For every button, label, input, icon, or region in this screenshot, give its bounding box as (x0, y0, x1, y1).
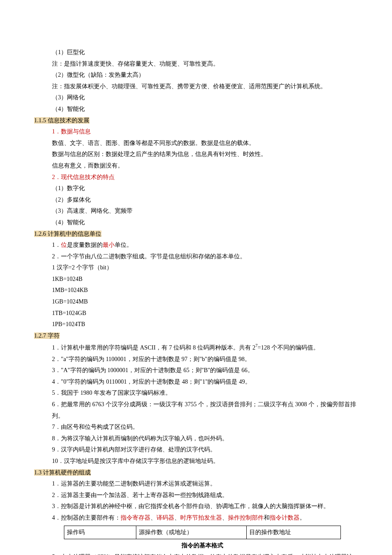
text-fragment: 1．计算机中最常用的字符编码是 ASCII，有 7 位码和 8 位码两种版本。共… (52, 344, 256, 351)
text-fragment: =128 个不同的编码值。 (258, 344, 319, 351)
body-text: 4．控制器的主要部件有：指令寄存器、译码器、时序节拍发生器、操作控制部件和指令计… (52, 512, 358, 524)
table-caption: 指令的基本格式 (64, 540, 341, 552)
body-text: 1．位是度量数据的最小单位。 (52, 240, 358, 251)
section-1-2-7: 1.2.7 字符 (34, 330, 358, 342)
subheading: 1．数据与信息 (52, 126, 358, 138)
body-text: 1TB=1024GB (52, 308, 358, 319)
text-fragment: 、 (222, 515, 228, 521)
body-text: 7．由区号和位号构成了区位码。 (52, 422, 358, 433)
body-text: 数值、文字、语言、图形、图像等都是不同形式的数据。数据是信息的载体。 (52, 138, 358, 149)
body-text: 3．控制器是计算机的神经中枢，由它指挥全机各个部件自动、协调地工作，就像人的大脑… (52, 501, 358, 512)
text-fragment: 1． (52, 242, 61, 248)
section-heading: 1.2.6 计算机中的信息单位 (34, 231, 101, 237)
table-cell: 操作码 (64, 526, 136, 539)
highlight-text: 指令计数器 (270, 515, 300, 521)
list-item: （3）高速度、网络化、宽频带 (52, 205, 358, 217)
document-page: （1）巨型化 注：是指计算速度更快、存储容量更大、功能更、可靠性更高。 （2）微… (0, 0, 392, 555)
section-1-3: 1.3 计算机硬件的组成 (34, 467, 358, 479)
text-fragment: 单位。 (115, 242, 133, 248)
highlight-text: 时序节拍发生器 (180, 515, 222, 521)
text-fragment: 是度量数据的 (67, 242, 103, 248)
text-fragment: 4．控制器的主要部件有： (52, 515, 121, 521)
body-text: 8．为将汉字输入计算机而编制的代码称为汉字输入码，也叫外码。 (52, 433, 358, 445)
body-text: 3．"A"字符的编码为 1000001，对应的十进制数是 65；则"B"的编码值… (52, 365, 358, 376)
text-fragment: 和 (264, 515, 270, 521)
body-text: 2．"a"字符的编码为 1100001，对应的十进制数是 97；则"b"的编码值… (52, 354, 358, 365)
body-text: （4）智能化 (52, 104, 358, 115)
section-1-2-6: 1.2.6 计算机中的信息单位 (34, 228, 358, 240)
body-text: 1KB=1024B (52, 274, 358, 285)
highlight-text: 指令寄存器 (121, 515, 150, 521)
body-text: 5．我国于 1980 年发布了国家汉字编码标准。 (52, 387, 358, 399)
section-heading: 1.3 计算机硬件的组成 (34, 469, 91, 476)
body-text: 注：指发展体积更小、功能理强、可靠性更高、携带更方便、价格更便宜、适用范围更广的… (52, 81, 358, 92)
body-text: 注：是指计算速度更快、存储容量更大、功能更、可靠性更高。 (52, 58, 358, 70)
table-cell: 目的操作数地址 (247, 526, 341, 539)
table-row: 操作码 源操作数（或地址） 目的操作数地址 (64, 526, 341, 539)
body-text: 1GB=1024MB (52, 296, 358, 308)
body-text: 1．运算器的主要功能坚二进制数码进行算术运算或逻辑运算。 (52, 478, 358, 490)
highlight-text: 位 (61, 242, 67, 248)
body-text: 1PB=1024TB (52, 319, 358, 330)
body-text: 9．汉字内码是计算机内部对汉字进行存储、处理的汉字代码。 (52, 444, 358, 456)
list-item: （1）数字化 (52, 183, 358, 194)
body-text: 信息有意义，而数据没有。 (52, 160, 358, 172)
table-cell: 源操作数（或地址） (136, 526, 247, 539)
body-text: （1）巨型化 (52, 47, 358, 58)
body-text: （3）网络化 (52, 92, 358, 104)
section-1-1-5: 1.1.5 信息技术的发展 (34, 115, 358, 127)
highlight-text: 译码器 (156, 515, 174, 521)
highlight-text: 操作控制部件 (228, 515, 264, 521)
section-heading: 1.1.5 信息技术的发展 (34, 117, 89, 124)
section-heading: 1.2.7 字符 (34, 332, 60, 339)
body-text: 2．运算器主要由一个加法器、若十上寄存器和一些控制线路组成。 (52, 490, 358, 501)
body-text: 1．计算机中最常用的字符编码是 ASCII，有 7 位码和 8 位码两种版本。共… (52, 341, 358, 353)
body-text: 10．汉字地址码是按汉字库中存储汉字字形信息的逻辑地址码。 (52, 456, 358, 467)
text-fragment: 。 (300, 515, 306, 521)
body-text: 1MB=1024KB (52, 285, 358, 296)
body-text: 4．"0"字符的编码为 0110001，对应的十进制数是 48；则"1"的编码值… (52, 376, 358, 388)
text-fragment: 、 (150, 515, 156, 521)
body-text: （2）微型化（缺陷：发热量太高） (52, 69, 358, 81)
body-text: 1 汉字=2 个字节（bit） (52, 262, 358, 274)
instruction-format-table: 操作码 源操作数（或地址） 目的操作数地址 指令的基本格式 (64, 526, 341, 552)
body-text: 数据与信息的区别：数据处理之后产生的结果为信息，信息具有针对性、时效性。 (52, 149, 358, 160)
subheading: 2．现代信息技术的特点 (52, 172, 358, 183)
highlight-text: 最小 (103, 242, 115, 248)
text-fragment: 、 (174, 515, 180, 521)
body-text: 6．把最常用的 6763 个汉字分成两级：一级汉字有 3755 个，按汉语拼音排… (52, 399, 358, 422)
body-text: 2．一个字节由八位二进制数字组成。字节是信息组织和存储的基本单位。 (52, 251, 358, 263)
list-item: （2）多媒体化 (52, 194, 358, 206)
body-text: 5．中央处理器（CPU）只能直接访问存储在内存中的数据。外存中的数据只有先调入内… (52, 552, 358, 555)
list-item: （4）智能化 (52, 217, 358, 228)
